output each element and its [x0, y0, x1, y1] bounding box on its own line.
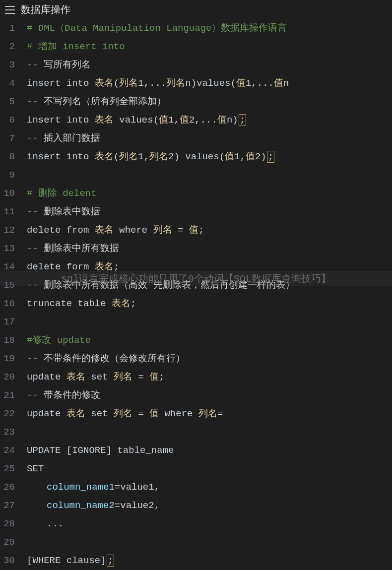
code-line[interactable]: 8insert into 表名(列名1,列名2) values(值1,值2);	[0, 148, 392, 166]
code-line[interactable]: 23	[0, 423, 392, 442]
code-editor[interactable]: 1# DML（Data Manipulation Language）数据库操作语…	[0, 19, 392, 570]
code-line[interactable]: 11-- 删除表中数据	[0, 203, 392, 221]
cursor-highlight: ;	[107, 555, 114, 567]
line-number: 16	[0, 295, 27, 313]
code-line[interactable]: 6insert into 表名 values(值1,值2,...值n);	[0, 111, 392, 129]
line-number: 27	[0, 497, 27, 515]
line-number: 11	[0, 203, 27, 221]
code-content[interactable]: delete from 表名 where 列名 = 值;	[27, 221, 392, 240]
code-line[interactable]: 17	[0, 313, 392, 331]
code-line[interactable]: 19-- 不带条件的修改（会修改所有行）	[0, 350, 392, 368]
line-number: 13	[0, 240, 27, 258]
code-content[interactable]: -- 带条件的修改	[27, 386, 392, 405]
line-number: 7	[0, 129, 27, 148]
file-title: 数据库操作	[21, 3, 70, 16]
code-line[interactable]: 1# DML（Data Manipulation Language）数据库操作语…	[0, 19, 392, 38]
code-content[interactable]: UPDATE [IGNORE] table_name	[27, 442, 392, 460]
code-content[interactable]: column_name2=value2,	[27, 497, 392, 515]
code-line[interactable]: 28...	[0, 515, 392, 533]
code-content[interactable]: insert into 表名(列名1,列名2) values(值1,值2);	[27, 148, 392, 166]
line-number: 4	[0, 74, 27, 93]
line-number: 10	[0, 185, 27, 203]
code-line[interactable]: 9	[0, 166, 392, 185]
line-number: 5	[0, 93, 27, 111]
code-content[interactable]: # DML（Data Manipulation Language）数据库操作语言	[27, 19, 392, 38]
code-line[interactable]: 29	[0, 533, 392, 552]
line-number: 9	[0, 166, 27, 185]
code-content[interactable]: # 增加 insert into	[27, 38, 392, 56]
code-content[interactable]: update 表名 set 列名 = 值 where 列名=	[27, 405, 392, 423]
line-number: 8	[0, 148, 27, 166]
line-number: 30	[0, 552, 27, 570]
code-line[interactable]: 20update 表名 set 列名 = 值;	[0, 368, 392, 386]
line-number: 22	[0, 405, 27, 423]
code-line[interactable]: 27column_name2=value2,	[0, 497, 392, 515]
code-content[interactable]: ...	[27, 515, 392, 533]
code-line[interactable]: 2# 增加 insert into	[0, 38, 392, 56]
code-line[interactable]: 10# 删除 delent	[0, 185, 392, 203]
cursor-highlight: ;	[239, 114, 246, 126]
line-number: 19	[0, 350, 27, 368]
code-line[interactable]: 13-- 删除表中所有数据	[0, 240, 392, 258]
code-line[interactable]: 12delete from 表名 where 列名 = 值;	[0, 221, 392, 240]
line-number: 24	[0, 442, 27, 460]
line-number: 17	[0, 313, 27, 331]
line-number: 6	[0, 111, 27, 129]
code-line[interactable]: 18#修改 update	[0, 331, 392, 350]
code-line[interactable]: 21-- 带条件的修改	[0, 386, 392, 405]
code-line[interactable]: 30[WHERE clause];	[0, 552, 392, 570]
code-content[interactable]: [WHERE clause];	[27, 552, 392, 570]
line-number: 12	[0, 221, 27, 240]
code-content[interactable]: -- 删除表中数据	[27, 203, 392, 221]
hamburger-menu-icon[interactable]	[5, 6, 15, 14]
line-number: 2	[0, 38, 27, 56]
line-number: 23	[0, 423, 27, 442]
line-number: 28	[0, 515, 27, 533]
code-content[interactable]: # 删除 delent	[27, 185, 392, 203]
watermark-text: sql语言完成核心功能只用了9个动词【SQL数据库查询技巧】	[0, 271, 392, 286]
line-number: 20	[0, 368, 27, 386]
code-line[interactable]: 3-- 写所有列名	[0, 56, 392, 74]
code-content[interactable]: -- 删除表中所有数据	[27, 240, 392, 258]
line-number: 29	[0, 533, 27, 552]
line-number: 3	[0, 56, 27, 74]
code-content[interactable]: SET	[27, 460, 392, 478]
code-line[interactable]: 26column_name1=value1,	[0, 478, 392, 497]
code-line[interactable]: 7-- 插入部门数据	[0, 129, 392, 148]
code-content[interactable]: truncate table 表名;	[27, 295, 392, 313]
cursor-highlight: ;	[267, 151, 274, 163]
code-line[interactable]: 16truncate table 表名;	[0, 295, 392, 313]
code-content[interactable]: insert into 表名 values(值1,值2,...值n);	[27, 111, 392, 129]
line-number: 21	[0, 386, 27, 405]
code-line[interactable]: 4insert into 表名(列名1,...列名n)values(值1,...…	[0, 74, 392, 93]
code-line[interactable]: 24UPDATE [IGNORE] table_name	[0, 442, 392, 460]
line-number: 25	[0, 460, 27, 478]
code-content[interactable]: insert into 表名(列名1,...列名n)values(值1,...值…	[27, 74, 392, 93]
code-line[interactable]: 25SET	[0, 460, 392, 478]
editor-header: 数据库操作	[0, 0, 392, 19]
code-content[interactable]: -- 不写列名（所有列全部添加）	[27, 93, 392, 111]
code-content[interactable]: -- 插入部门数据	[27, 129, 392, 148]
code-content[interactable]: column_name1=value1,	[27, 478, 392, 497]
line-number: 1	[0, 19, 27, 38]
code-content[interactable]: -- 不带条件的修改（会修改所有行）	[27, 350, 392, 368]
line-number: 18	[0, 331, 27, 350]
code-content[interactable]: -- 写所有列名	[27, 56, 392, 74]
line-number: 26	[0, 478, 27, 497]
code-line[interactable]: 22update 表名 set 列名 = 值 where 列名=	[0, 405, 392, 423]
code-line[interactable]: 5-- 不写列名（所有列全部添加）	[0, 93, 392, 111]
code-content[interactable]: update 表名 set 列名 = 值;	[27, 368, 392, 386]
code-content[interactable]: #修改 update	[27, 331, 392, 350]
